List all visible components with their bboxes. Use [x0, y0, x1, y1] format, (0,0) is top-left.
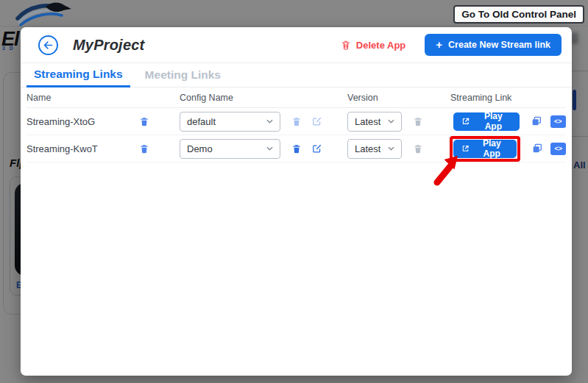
config-name-select[interactable]: default [180, 112, 280, 132]
column-header-config-name: Config Name [180, 93, 233, 103]
trash-icon [341, 40, 351, 51]
back-button[interactable] [38, 35, 58, 55]
screen: El 3 D Flp E All Go To Old Control Panel [0, 0, 588, 383]
version-value: Latest [355, 143, 380, 154]
column-header-streaming-link: Streaming Link [450, 93, 511, 103]
copy-link-icon[interactable] [529, 114, 543, 129]
project-title: MyProject [73, 37, 144, 54]
version-select[interactable]: Latest [347, 139, 402, 159]
edit-config-icon[interactable] [310, 114, 325, 129]
table-row: Streaming-XtoG default [26, 108, 566, 135]
external-link-icon [461, 117, 470, 126]
play-app-label: Play App [475, 138, 509, 159]
delete-version-icon[interactable] [411, 141, 425, 156]
config-name-value: default [187, 116, 216, 127]
delete-stream-icon[interactable] [137, 114, 152, 129]
stream-name: Streaming-XtoG [26, 116, 137, 127]
edit-config-icon[interactable] [310, 141, 325, 156]
table-header-row: Name Config Name Version Streaming Link [26, 87, 566, 108]
embed-code-icon[interactable]: <> [550, 115, 566, 128]
chevron-down-icon [388, 146, 394, 151]
create-new-stream-link-label: Create New Stream link [448, 40, 550, 50]
create-new-stream-link-button[interactable]: + Create New Stream link [425, 34, 562, 56]
play-app-button[interactable]: Play App [453, 112, 520, 131]
eagle-logo-icon [15, 0, 74, 31]
delete-app-button[interactable]: Delete App [341, 40, 405, 51]
delete-version-icon[interactable] [411, 114, 425, 129]
copy-link-icon[interactable] [530, 141, 544, 156]
table-row: Streaming-KwoT Demo [26, 135, 566, 162]
column-header-version: Version [347, 93, 378, 103]
config-name-value: Demo [187, 143, 213, 154]
tab-streaming-links[interactable]: Streaming Links [26, 63, 130, 87]
tutorial-pointer-arrow-icon [431, 153, 464, 190]
modal-header: MyProject Delete App + Create New Stream… [21, 27, 572, 63]
tab-bar: Streaming Links Meeting Links [21, 63, 572, 87]
version-value: Latest [355, 116, 380, 127]
delete-stream-icon[interactable] [137, 141, 152, 156]
tab-meeting-links[interactable]: Meeting Links [138, 63, 228, 87]
version-select[interactable]: Latest [347, 112, 402, 132]
stream-name: Streaming-KwoT [26, 143, 137, 154]
delete-app-label: Delete App [356, 40, 405, 51]
chevron-down-icon [266, 119, 273, 124]
plus-icon: + [436, 41, 442, 49]
project-modal: MyProject Delete App + Create New Stream… [21, 27, 572, 376]
arrow-left-icon [43, 40, 54, 51]
column-header-name: Name [26, 93, 51, 103]
play-app-label: Play App [475, 111, 511, 132]
embed-code-icon[interactable]: <> [550, 143, 566, 155]
external-link-icon [461, 144, 470, 153]
chevron-down-icon [388, 119, 394, 124]
stream-links-table: Name Config Name Version Streaming Link … [21, 87, 572, 162]
config-name-select[interactable]: Demo [180, 139, 280, 159]
delete-config-icon[interactable] [289, 141, 304, 156]
delete-config-icon[interactable] [289, 114, 304, 129]
go-to-old-control-panel-button[interactable]: Go To Old Control Panel [453, 5, 584, 24]
chevron-down-icon [266, 146, 273, 151]
